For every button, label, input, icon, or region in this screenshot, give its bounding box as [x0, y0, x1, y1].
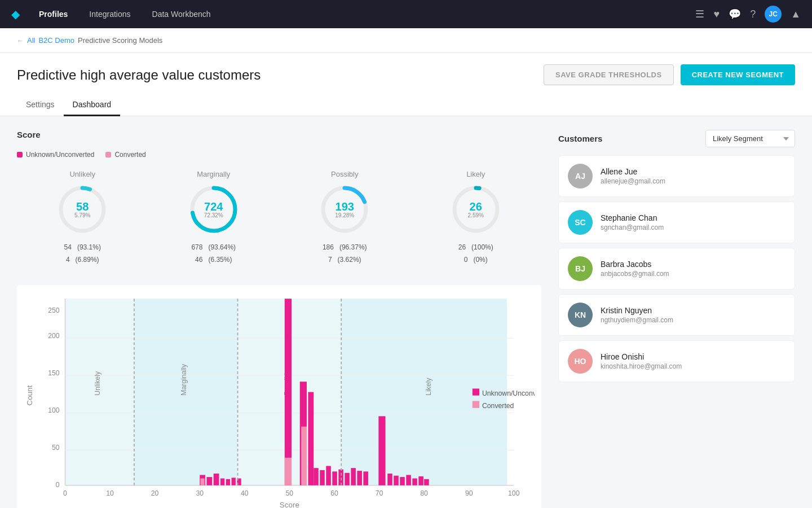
segment-select[interactable]: Likely Segment All Segments Unlikely Seg… — [705, 130, 795, 147]
svg-text:70: 70 — [376, 489, 383, 497]
customer-card[interactable]: BJ Barbra Jacobs anbjacobs@gmail.com — [558, 248, 795, 290]
tab-settings[interactable]: Settings — [17, 94, 64, 116]
svg-rect-67 — [424, 479, 429, 485]
svg-text:200: 200 — [48, 332, 60, 340]
svg-rect-45 — [226, 479, 230, 485]
customer-card[interactable]: SC Stephanie Chan sgnchan@gmail.com — [558, 202, 795, 243]
svg-rect-56 — [345, 473, 350, 485]
tab-dashboard[interactable]: Dashboard — [64, 94, 121, 116]
legend-converted-label: Converted — [114, 151, 145, 159]
nav-data-workbench[interactable]: Data Workbench — [150, 10, 213, 19]
svg-text:Score: Score — [280, 501, 299, 508]
customer-card[interactable]: HO Hiroe Onishi kinoshita.hiroe@gmail.co… — [558, 340, 795, 382]
heart-icon[interactable]: ♥ — [713, 8, 720, 20]
svg-rect-68 — [200, 479, 204, 485]
customer-info: Stephanie Chan sgnchan@gmail.com — [601, 213, 664, 231]
score-card-unlikely: Unlikely 58 5.79% 54 (93.1%) 4 (6.89%) — [17, 164, 148, 271]
svg-rect-48 — [285, 299, 292, 485]
donut-pct-2: 19.28% — [335, 212, 354, 218]
donut-pct-0: 5.79% — [74, 212, 90, 218]
save-grade-thresholds-button[interactable]: SAVE GRADE THRESHOLDS — [544, 64, 674, 85]
svg-rect-52 — [320, 470, 325, 485]
svg-text:50: 50 — [52, 444, 60, 452]
help-icon[interactable]: ? — [750, 8, 756, 20]
donut-number-2: 193 — [335, 201, 354, 212]
svg-rect-51 — [314, 468, 319, 485]
breadcrumb-all[interactable]: All — [27, 36, 35, 45]
legend-converted-dot — [105, 152, 111, 157]
user-avatar[interactable]: JC — [765, 6, 782, 23]
customers-header: Customers Likely Segment All Segments Un… — [558, 130, 795, 147]
customer-list: AJ Allene Jue allenejue@gmail.com SC Ste… — [558, 155, 795, 382]
customer-avatar: HO — [568, 349, 593, 374]
svg-text:Count: Count — [25, 386, 34, 406]
svg-rect-66 — [418, 476, 423, 485]
donut-3: 26 2.59% — [451, 184, 501, 235]
menu-icon[interactable]: ☰ — [695, 8, 704, 20]
svg-text:250: 250 — [48, 306, 60, 314]
customer-info: Hiroe Onishi kinoshita.hiroe@gmail.com — [601, 352, 682, 370]
svg-text:Likely: Likely — [425, 378, 433, 396]
score-cards: Unlikely 58 5.79% 54 (93.1%) 4 (6.89%) M… — [17, 164, 541, 271]
nav-profiles[interactable]: Profiles — [37, 10, 70, 19]
create-new-segment-button[interactable]: CREATE NEW SEGMENT — [681, 64, 795, 85]
legend-unconverted: Unknown/Unconverted — [17, 151, 94, 159]
svg-rect-50 — [308, 392, 314, 485]
legend-unconverted-dot — [17, 152, 23, 157]
svg-text:60: 60 — [330, 489, 338, 497]
left-panel: Score Unknown/Unconverted Converted Unli… — [17, 130, 541, 508]
customer-info: Barbra Jacobs anbjacobs@gmail.com — [601, 260, 669, 278]
back-icon[interactable]: ← — [17, 37, 24, 45]
chart-area: 0 50 100 150 200 250 Count 0 10 20 — [17, 285, 541, 508]
navbar: ◆ Profiles Integrations Data Workbench ☰… — [0, 0, 812, 28]
svg-text:90: 90 — [465, 489, 473, 497]
score-card-marginally: Marginally 724 72.32% 678 (93.64%) 46 (6… — [148, 164, 280, 271]
nav-right: ☰ ♥ 💬 ? JC ▲ — [695, 6, 801, 23]
svg-rect-61 — [387, 474, 392, 485]
svg-text:Unknown/Unconverted: Unknown/Unconverted — [482, 389, 535, 397]
nav-integrations[interactable]: Integrations — [87, 10, 133, 19]
donut-center-1: 724 72.32% — [204, 201, 223, 218]
svg-text:80: 80 — [420, 489, 428, 497]
customer-name: Stephanie Chan — [601, 213, 664, 222]
svg-rect-60 — [378, 417, 385, 485]
svg-rect-44 — [220, 479, 224, 485]
svg-rect-42 — [206, 477, 212, 485]
donut-center-2: 193 19.28% — [335, 201, 354, 218]
main-content: Score Unknown/Unconverted Converted Unli… — [0, 116, 812, 508]
donut-2: 193 19.28% — [319, 184, 370, 235]
legend-converted: Converted — [105, 151, 145, 159]
svg-rect-54 — [332, 472, 337, 485]
svg-text:150: 150 — [48, 369, 60, 377]
customer-info: Allene Jue allenejue@gmail.com — [601, 167, 665, 185]
svg-rect-53 — [326, 466, 331, 485]
customer-name: Hiroe Onishi — [601, 352, 682, 361]
logo-icon: ◆ — [11, 7, 20, 21]
score-card-possibly: Possibly 193 19.28% 186 (96.37%) 7 (3.62… — [279, 164, 411, 271]
customer-info: Kristin Nguyen ngthuydiem@gmail.com — [601, 306, 673, 324]
page-title: Predictive high average value customers — [17, 67, 261, 83]
customer-card[interactable]: AJ Allene Jue allenejue@gmail.com — [558, 155, 795, 197]
svg-text:40: 40 — [241, 489, 249, 497]
donut-pct-1: 72.32% — [204, 212, 223, 218]
svg-rect-65 — [412, 479, 417, 485]
svg-rect-43 — [214, 474, 219, 485]
svg-text:100: 100 — [508, 489, 520, 497]
svg-rect-57 — [351, 468, 356, 485]
chat-icon[interactable]: 💬 — [729, 8, 741, 20]
breadcrumb-company[interactable]: B2C Demo — [38, 36, 74, 45]
score-section-title: Score — [17, 130, 541, 139]
customer-name: Barbra Jacobs — [601, 260, 669, 269]
score-card-label-3: Likely — [411, 170, 542, 178]
legend-unconverted-label: Unknown/Unconverted — [26, 151, 94, 159]
donut-number-0: 58 — [74, 201, 90, 212]
customer-name: Kristin Nguyen — [601, 306, 673, 315]
chevron-up-icon[interactable]: ▲ — [791, 8, 801, 20]
customer-card[interactable]: KN Kristin Nguyen ngthuydiem@gmail.com — [558, 294, 795, 336]
donut-1: 724 72.32% — [188, 184, 239, 235]
donut-number-1: 724 — [204, 201, 223, 212]
donut-0: 58 5.79% — [57, 184, 108, 235]
customer-avatar: AJ — [568, 164, 593, 189]
svg-rect-64 — [406, 475, 411, 485]
breadcrumb: ← All B2C Demo Predictive Scoring Models — [0, 28, 812, 53]
